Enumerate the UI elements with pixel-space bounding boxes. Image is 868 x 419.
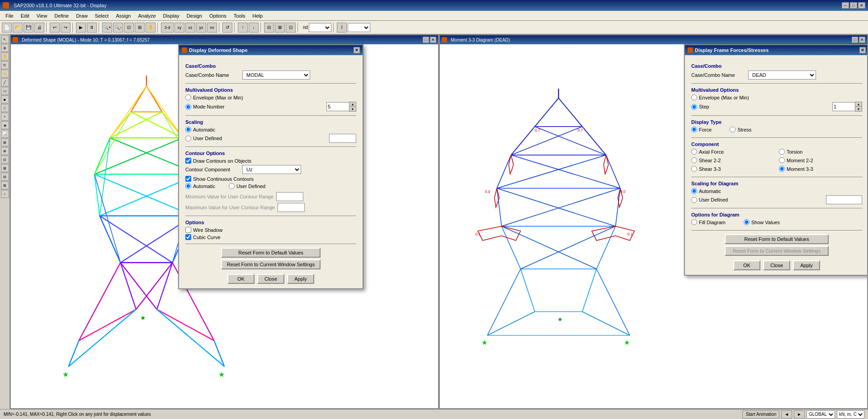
moment33-radio[interactable] <box>779 166 785 172</box>
lt-intersect[interactable]: ⊗ <box>1 147 9 155</box>
tb-pause[interactable]: ⏸ <box>87 23 97 33</box>
forces-step-input[interactable] <box>832 102 855 111</box>
forces-step-radio[interactable] <box>691 104 697 110</box>
dialog-deformed-close[interactable]: ✕ <box>354 47 360 53</box>
right-win-expand[interactable]: □ <box>852 37 858 43</box>
lt-draw-area[interactable]: ▭ <box>1 87 9 95</box>
tb-cursor-select[interactable] <box>348 23 370 32</box>
forces-spinner-up[interactable]: ▲ <box>855 102 862 107</box>
show-values-radio[interactable] <box>744 219 750 225</box>
menu-file[interactable]: File <box>2 12 17 19</box>
lt-measure[interactable]: 📏 <box>1 70 9 78</box>
axial-radio[interactable] <box>691 149 697 155</box>
tb-down-arrow[interactable]: ↓ <box>249 23 259 33</box>
forces-auto-radio[interactable] <box>691 188 697 194</box>
contour-component-select[interactable]: Uz <box>242 165 301 174</box>
forces-close-btn[interactable]: Close <box>763 260 790 270</box>
case-combo-select[interactable]: MODAL <box>242 71 310 80</box>
moment22-radio[interactable] <box>779 157 785 163</box>
tb-run[interactable]: ▶ <box>76 23 86 33</box>
global-select[interactable]: GLOBAL <box>807 410 835 419</box>
lt-replicate[interactable]: ⊟ <box>1 173 9 181</box>
forces-user-radio[interactable] <box>691 197 697 203</box>
tb-refresh[interactable]: ↺ <box>222 23 232 33</box>
forces-reset-default-btn[interactable]: Reset Form to Default Values <box>725 234 829 244</box>
lt-define[interactable]: ◈ <box>1 121 9 129</box>
lt-display[interactable]: 📊 <box>1 130 9 138</box>
lt-pan[interactable]: ✋ <box>1 52 9 61</box>
left-win-expand[interactable]: □ <box>423 37 429 43</box>
tb-redo[interactable]: ↪ <box>61 23 71 33</box>
spinner-up[interactable]: ▲ <box>349 102 356 107</box>
forces-apply-btn[interactable]: Apply <box>793 260 820 270</box>
mode-number-spinner-btns[interactable]: ▲ ▼ <box>349 102 356 112</box>
lt-zoom[interactable]: ⊕ <box>1 44 9 52</box>
fill-diagram-radio[interactable] <box>691 219 697 225</box>
tb-snap3[interactable]: ⊡ <box>286 23 296 33</box>
lt-select[interactable]: ↖ <box>1 35 9 43</box>
max-contour-input[interactable] <box>278 203 305 212</box>
left-win-close[interactable]: ✕ <box>430 37 436 43</box>
tb-print[interactable]: 🖨 <box>34 23 44 33</box>
tb-snap2[interactable]: ⊠ <box>275 23 285 33</box>
start-animation-btn[interactable]: Start Animation <box>742 410 779 419</box>
arrow-left-btn[interactable]: ◄ <box>781 410 792 419</box>
shear33-radio[interactable] <box>691 166 697 172</box>
draw-contours-checkbox[interactable] <box>185 158 191 164</box>
lt-rubber-band[interactable]: ⊞ <box>1 138 9 146</box>
auto-range-radio[interactable] <box>185 183 191 189</box>
mode-number-radio[interactable] <box>185 104 191 110</box>
auto-scale-radio[interactable] <box>185 127 191 132</box>
force-type-radio[interactable] <box>691 127 697 132</box>
menu-design[interactable]: Design <box>183 12 206 19</box>
menu-assign[interactable]: Assign <box>112 12 134 19</box>
tb-yz[interactable]: yz <box>196 23 206 33</box>
dialog-forces-close[interactable]: ✕ <box>859 47 866 53</box>
stress-type-radio[interactable] <box>730 127 736 132</box>
apply-btn[interactable]: Apply <box>287 274 314 284</box>
tb-pan[interactable]: ✋ <box>146 23 156 33</box>
tb-nv[interactable]: nv <box>207 23 217 33</box>
tb-up-arrow[interactable]: ↑ <box>238 23 248 33</box>
user-scale-input[interactable] <box>329 134 356 143</box>
forces-reset-current-btn[interactable]: Reset Form to Current Window Settings <box>725 246 829 256</box>
lt-draw-frame[interactable]: ╱ <box>1 78 9 86</box>
spinner-down[interactable]: ▼ <box>349 107 356 111</box>
reset-default-btn[interactable]: Reset Form to Default Values <box>221 248 321 258</box>
forces-envelope-radio[interactable] <box>691 94 697 100</box>
titlebar-controls[interactable]: ─ □ ✕ <box>842 2 865 9</box>
units-select[interactable]: kN, m, C <box>837 410 864 419</box>
user-scale-radio[interactable] <box>185 136 191 141</box>
forces-step-spinner-btns[interactable]: ▲ ▼ <box>855 102 862 112</box>
tb-zoom-rect[interactable]: ⊡ <box>124 23 134 33</box>
tb-zoom-all[interactable]: ⊞ <box>135 23 145 33</box>
right-win-close[interactable]: ✕ <box>859 37 865 43</box>
tb-zoom-in[interactable]: 🔍+ <box>102 23 112 33</box>
tb-xy[interactable]: xy <box>175 23 184 33</box>
menu-view[interactable]: View <box>33 12 51 19</box>
mode-number-input[interactable] <box>326 102 349 111</box>
menu-analyze[interactable]: Analyze <box>134 12 159 19</box>
menu-edit[interactable]: Edit <box>17 12 33 19</box>
close-btn[interactable]: ✕ <box>858 2 865 9</box>
arrow-right-btn[interactable]: ► <box>794 410 805 419</box>
wire-shadow-checkbox[interactable] <box>185 227 191 233</box>
forces-spinner-down[interactable]: ▼ <box>855 107 862 111</box>
menu-select[interactable]: Select <box>91 12 113 19</box>
lt-draw-link[interactable]: ⌷ <box>1 104 9 112</box>
user-range-radio[interactable] <box>229 183 235 189</box>
min-contour-input[interactable] <box>276 192 303 201</box>
menu-define[interactable]: Define <box>51 12 72 19</box>
lt-extrude[interactable]: ⊡ <box>1 155 9 164</box>
menu-tools[interactable]: Tools <box>230 12 249 19</box>
lt-rotate[interactable]: ↻ <box>1 61 9 69</box>
tb-cursor[interactable]: I <box>337 23 347 33</box>
lt-move[interactable]: ⊠ <box>1 164 9 172</box>
tb-3d[interactable]: 3-d <box>161 23 174 33</box>
tb-undo[interactable]: ↩ <box>50 23 60 33</box>
lt-mirror[interactable]: ⊞ <box>1 181 9 189</box>
lt-divide[interactable]: ÷ <box>1 190 9 198</box>
tb-open[interactable]: 📂 <box>13 23 23 33</box>
forces-user-scale-input[interactable] <box>826 195 862 204</box>
tb-save[interactable]: 💾 <box>24 23 33 33</box>
